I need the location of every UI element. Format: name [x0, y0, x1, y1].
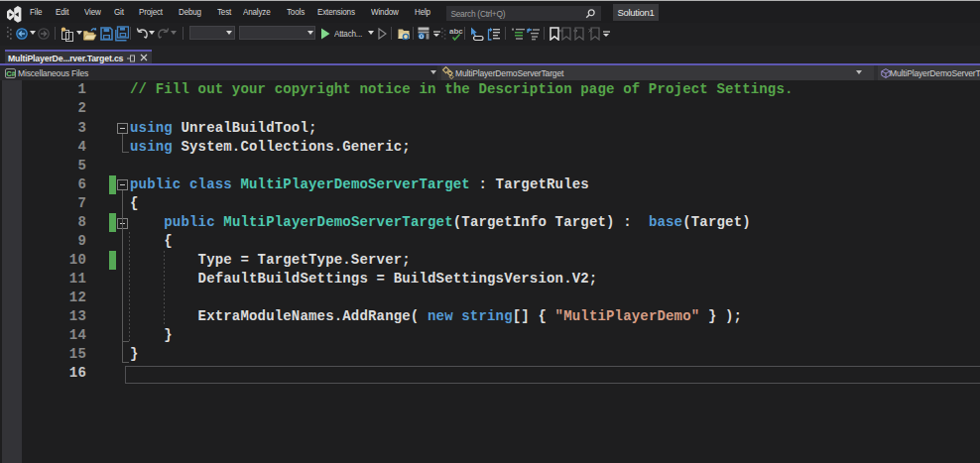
svg-text:C#: C# [6, 69, 16, 78]
svg-text:abc: abc [449, 27, 463, 36]
